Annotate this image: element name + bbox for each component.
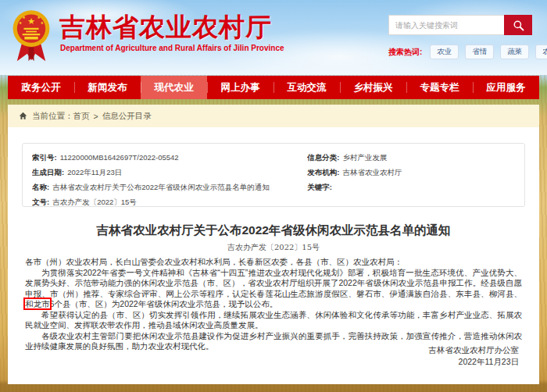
site-header: ★ ★ ★ ★ ★ 吉林省农业农村厅 Department of Agricul… (0, 0, 547, 75)
nav-item[interactable]: 新闻发布 (74, 76, 141, 99)
search-box (388, 15, 532, 35)
metadata-field: 发布机构:吉林省农业农村厅 (307, 165, 515, 180)
metadata-label: 信息分类: (307, 153, 339, 162)
breadcrumb: 当前位置： 首页 > 信息公开目录 (8, 105, 539, 127)
metadata-left-column: 索引号:11220000MB1642697T/2022-05542 生成日期:2… (32, 150, 307, 200)
metadata-field: 文号:吉农办产发〔2022〕15号 (32, 194, 307, 209)
nav-item-label: 现代农业 (155, 81, 194, 94)
metadata-value: 2022年11月23日 (67, 168, 122, 176)
nav-item-label: 乡村振兴 (354, 81, 393, 94)
highlight-annotation-box: 和龙市 (25, 299, 50, 308)
svg-text:★: ★ (27, 16, 35, 26)
breadcrumb-current-link[interactable]: 信息公开目录 (102, 111, 152, 122)
hot-word-button[interactable]: 蔬菜 (500, 45, 529, 59)
breadcrumb-label: 当前位置： (32, 111, 73, 122)
paragraph-text: 为贯彻落实2022年省委一号文件精神和《吉林省“十四五”推进农业农村现代化规划》… (25, 268, 522, 298)
document-number: 吉农办产发〔2022〕15号 (8, 242, 539, 253)
hot-word-button[interactable]: 农业部 (535, 45, 547, 59)
metadata-field: 生成日期:2022年11月23日 (32, 165, 307, 180)
metadata-value: 11220000MB1642697T/2022-05542 (60, 153, 179, 162)
metadata-value: 吉林省农业农村厅 (342, 168, 402, 176)
main-nav: 政务公开 新闻发布 现代农业 网上办事 互动交流 乡村振兴 专题专栏 (8, 76, 539, 99)
metadata-label: 生成日期: (32, 168, 64, 176)
metadata-field: 关键字: (307, 180, 515, 194)
svg-text:★: ★ (22, 15, 26, 20)
metadata-right-column: 信息分类:乡村产业发展 发布机构:吉林省农业农村厅 关键字: (307, 150, 515, 200)
hot-words-row: 搜索热词: 农业 省情 蔬菜 农业部 (388, 45, 547, 59)
nav-item-label: 互动交流 (288, 81, 327, 94)
nav-item-label: 网上办事 (221, 81, 260, 94)
page: ★ ★ ★ ★ ★ 吉林省农业农村厅 Department of Agricul… (0, 0, 547, 392)
nav-item[interactable]: 应用服务 (473, 76, 539, 99)
signature-block: 吉林省农业农村厅办公室 2022年11月23日 (429, 344, 520, 368)
svg-text:★: ★ (37, 15, 41, 20)
nav-item-label: 新闻发布 (88, 81, 127, 94)
nav-item[interactable]: 政务公开 (8, 76, 74, 99)
signature-office: 吉林省农业农村厅办公室 (429, 344, 520, 356)
metadata-value: 吉林省农业农村厅关于公布2022年省级休闲农业示范县名单的通知 (52, 183, 270, 191)
metadata-label: 文号: (32, 198, 49, 206)
signature-date: 2022年11月23日 (429, 356, 520, 368)
announcement-paragraph: 为贯彻落实2022年省委一号文件精神和《吉林省“十四五”推进农业农村现代化规划》… (25, 268, 522, 310)
hot-word-button[interactable]: 省情 (465, 45, 494, 59)
svg-text:★: ★ (19, 20, 23, 25)
breadcrumb-home-link[interactable]: 首页 (73, 111, 90, 122)
metadata-box: 索引号:11220000MB1642697T/2022-05542 生成日期:2… (22, 143, 525, 207)
metadata-label: 关键字: (307, 183, 332, 191)
hot-words-list: 农业 省情 蔬菜 农业部 (430, 45, 547, 59)
metadata-label: 发布机构: (307, 168, 339, 176)
content-card: 索引号:11220000MB1642697T/2022-05542 生成日期:2… (8, 127, 539, 384)
national-emblem-icon: ★ ★ ★ ★ ★ (11, 6, 52, 67)
metadata-field: 名称:吉林省农业农村厅关于公布2022年省级休闲农业示范县名单的通知 (32, 180, 307, 194)
nav-item[interactable]: 互动交流 (274, 76, 340, 99)
metadata-label: 名称: (32, 183, 49, 191)
nav-item-label: 专题专栏 (420, 81, 459, 94)
search-input[interactable] (388, 15, 504, 35)
document-title: 吉林省农业农村厅关于公布2022年省级休闲农业示范县名单的通知 (23, 223, 524, 239)
document-body: 各市（州）农业农村局，长白山管委会农业农村和水利局，长春新区农委，各县（市、区）… (25, 257, 522, 352)
paragraph-text: 6个县（市、区）为2022年省级休闲农业示范县，现予以公布。 (50, 299, 278, 308)
expectation-paragraph: 希望获得认定的县（市、区）切实发挥引领作用，继续拓展农业生态涵养、休闲体验和文化… (25, 310, 522, 331)
hot-word-button[interactable]: 农业 (430, 45, 459, 59)
breadcrumb-separator: > (94, 112, 98, 121)
metadata-field: 索引号:11220000MB1642697T/2022-05542 (32, 150, 307, 165)
nav-item[interactable]: 专题专栏 (406, 76, 473, 99)
home-icon (19, 112, 27, 120)
nav-item[interactable]: 网上办事 (207, 76, 274, 99)
nav-item-label: 政务公开 (22, 81, 61, 94)
svg-text:★: ★ (41, 20, 45, 25)
salutation-paragraph: 各市（州）农业农村局，长白山管委会农业农村和水利局，长春新区农委，各县（市、区）… (25, 257, 522, 268)
metadata-value: 乡村产业发展 (342, 153, 387, 162)
metadata-field: 信息分类:乡村产业发展 (307, 150, 515, 165)
hot-words-label: 搜索热词: (388, 47, 422, 58)
site-title: 吉林省农业农村厅 (59, 10, 272, 45)
nav-item[interactable]: 乡村振兴 (340, 76, 406, 99)
metadata-label: 索引号: (32, 153, 57, 162)
metadata-value: 吉农办产发〔2022〕15号 (52, 198, 137, 206)
search-icon (513, 20, 524, 31)
nav-item[interactable]: 现代农业 (141, 76, 207, 99)
site-subtitle: Department of Agriculture and Rural Affa… (60, 44, 284, 52)
nav-item-label: 应用服务 (487, 81, 526, 94)
search-button[interactable] (504, 15, 532, 35)
